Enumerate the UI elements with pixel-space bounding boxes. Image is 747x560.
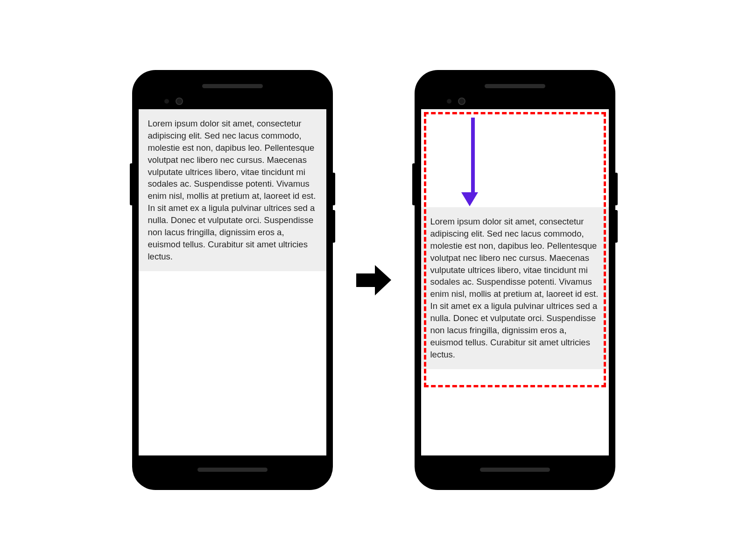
bottom-speaker — [197, 468, 268, 472]
bottom-speaker — [480, 468, 550, 472]
content-text-block-before: Lorem ipsum dolor sit amet, consectetur … — [139, 109, 326, 271]
proximity-sensor-icon — [164, 99, 169, 104]
sensor-group — [164, 98, 183, 105]
earpiece-speaker — [485, 84, 545, 88]
phone-inner-left: Lorem ipsum dolor sit amet, consectetur … — [139, 77, 326, 483]
phone-frame-right: Lorem ipsum dolor sit amet, consectetur … — [415, 70, 615, 490]
transition-arrow-icon — [356, 265, 391, 295]
content-text-block-after: Lorem ipsum dolor sit amet, consectetur … — [421, 207, 609, 369]
power-button — [130, 163, 132, 205]
front-camera-icon — [458, 98, 465, 105]
phone-top-bezel — [421, 77, 609, 109]
screen-right: Lorem ipsum dolor sit amet, consectetur … — [421, 109, 609, 455]
proximity-sensor-icon — [447, 99, 451, 104]
phone-frame-left: Lorem ipsum dolor sit amet, consectetur … — [132, 70, 333, 490]
phone-bottom-bezel — [139, 455, 326, 483]
phone-after: Lorem ipsum dolor sit amet, consectetur … — [415, 70, 615, 490]
phone-inner-right: Lorem ipsum dolor sit amet, consectetur … — [421, 77, 609, 483]
sensor-group — [447, 98, 465, 105]
diagram-container: Lorem ipsum dolor sit amet, consectetur … — [0, 0, 747, 560]
front-camera-icon — [176, 98, 183, 105]
scroll-down-arrow-icon — [468, 118, 478, 206]
power-button — [412, 163, 415, 205]
svg-marker-0 — [356, 265, 391, 295]
earpiece-speaker — [202, 84, 263, 88]
volume-up-button — [615, 173, 618, 205]
volume-down-button — [615, 210, 618, 243]
phone-before: Lorem ipsum dolor sit amet, consectetur … — [132, 70, 333, 490]
volume-down-button — [333, 210, 335, 243]
volume-up-button — [333, 173, 335, 205]
phone-top-bezel — [139, 77, 326, 109]
phone-bottom-bezel — [421, 455, 609, 483]
screen-left: Lorem ipsum dolor sit amet, consectetur … — [139, 109, 326, 455]
